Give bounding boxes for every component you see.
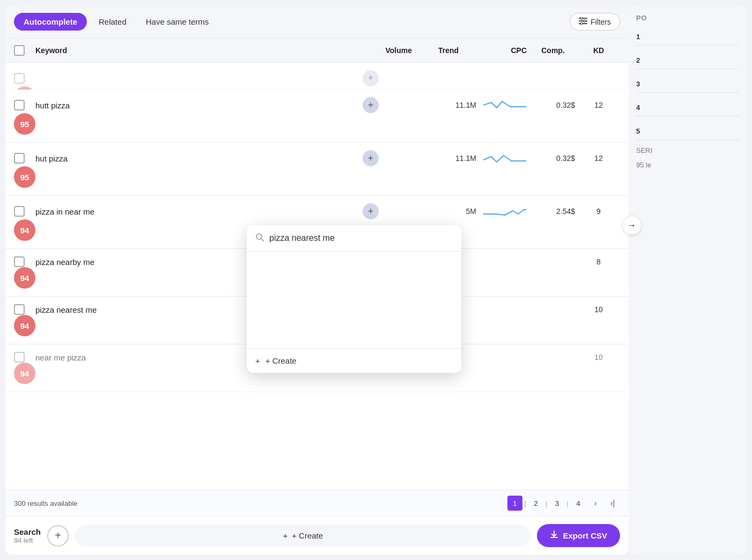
row-keyword: hutt pizza [35, 101, 363, 110]
create-button[interactable]: + + Create [75, 525, 530, 547]
row-cpc: 0.32$ [529, 154, 577, 163]
filters-label: Filters [591, 18, 611, 26]
add-keyword-button[interactable]: + [363, 70, 379, 86]
filters-button[interactable]: Filters [570, 13, 620, 31]
svg-line-7 [261, 239, 263, 241]
popup-create-label: + Create [266, 356, 297, 365]
tabs-bar: Autocomplete Related Have same terms Fil… [5, 5, 629, 39]
header-checkbox-col [14, 45, 35, 56]
row-kd: 94 [14, 315, 35, 336]
svg-point-5 [580, 23, 583, 25]
right-row-3: 3 [636, 76, 739, 93]
expand-panel-button[interactable]: → [622, 216, 642, 235]
row-cpc: 2.54$ [529, 207, 577, 216]
download-icon [550, 530, 558, 541]
row-kd: 95 [14, 166, 35, 188]
right-panel-title: Po [636, 14, 739, 22]
page-4-button[interactable]: 4 [571, 496, 586, 511]
select-all-checkbox[interactable] [14, 45, 25, 56]
export-label: Export CSV [563, 531, 607, 540]
row-checkbox[interactable] [14, 304, 35, 315]
results-count: 300 results available [14, 499, 78, 507]
row-checkbox[interactable] [14, 352, 35, 363]
search-sublabel: 94 left [14, 536, 41, 544]
header-cpc: CPC [481, 46, 529, 55]
export-csv-button[interactable]: Export CSV [537, 524, 620, 547]
svg-point-3 [580, 17, 583, 19]
right-row-1: 1 [636, 28, 739, 46]
popup-search-row: pizza nearest me [247, 225, 461, 252]
search-label: Search [14, 527, 41, 536]
table-row: hut pizza + 11.1M 0.32$ 12 95 [5, 143, 629, 196]
row-volume: 11.1M [416, 154, 481, 163]
row-volume: 11.1M [416, 101, 481, 109]
row-volume: 5M [416, 207, 481, 216]
tab-autocomplete[interactable]: Autocomplete [14, 13, 87, 31]
row-checkbox[interactable] [14, 73, 35, 84]
header-trend: Trend [416, 46, 481, 55]
serp-info: SERI [636, 146, 739, 154]
create-label: + Create [292, 531, 323, 540]
row-kd: 95 [14, 113, 35, 135]
page-2-button[interactable]: 2 [528, 496, 543, 511]
row-comp: 12 [577, 154, 620, 163]
row-kd: 94 [14, 363, 35, 384]
row-checkbox[interactable] [14, 153, 35, 164]
row-trend [481, 150, 529, 166]
add-keyword-button[interactable]: + [363, 203, 379, 219]
table-row: hutt pizza + 11.1M 0.32$ 12 95 [5, 90, 629, 143]
svg-point-4 [584, 20, 586, 22]
plus-icon: + [55, 529, 61, 542]
page-3-button[interactable]: 3 [550, 496, 565, 511]
tab-related[interactable]: Related [91, 13, 134, 31]
row-comp: 12 [577, 101, 620, 109]
autocomplete-popup: pizza nearest me + + Create [247, 225, 461, 373]
right-row-2: 2 [636, 52, 739, 69]
row-keyword: hut pizza [35, 154, 363, 163]
next-page-button[interactable]: › [588, 496, 603, 511]
row-add-btn-col: + [363, 70, 416, 86]
last-page-button[interactable]: ›| [605, 496, 620, 511]
row-comp: 8 [577, 257, 620, 266]
plus-icon: + [255, 356, 260, 365]
arrow-right-icon: → [628, 220, 636, 230]
right-panel: Po 1 2 3 4 5 SERI 95 le [629, 5, 747, 555]
search-info: Search 94 left [14, 527, 41, 544]
serp-sublabel: 95 le [636, 161, 739, 169]
plus-icon: + [368, 153, 374, 164]
page-1-button[interactable]: 1 [507, 496, 522, 511]
row-checkbox[interactable] [14, 100, 35, 110]
row-comp: 9 [577, 207, 620, 216]
row-comp: 10 [577, 305, 620, 314]
search-icon [255, 233, 264, 244]
row-add-btn-col: + [363, 150, 416, 166]
plus-icon: + [368, 206, 374, 217]
table-header: Keyword Volume Trend CPC Comp. KD [5, 39, 629, 63]
header-kd: KD [577, 46, 620, 55]
pagination-bar: 300 results available 1 | 2 | 3 | 4 › ›| [5, 490, 629, 516]
header-comp: Comp. [529, 46, 577, 55]
row-add-btn-col: + [363, 97, 416, 113]
plus-icon: + [368, 72, 374, 84]
right-row-5: 5 [636, 123, 739, 140]
row-checkbox[interactable] [14, 256, 35, 267]
filters-icon [579, 17, 587, 26]
plus-icon: + [368, 100, 374, 111]
popup-create-button[interactable]: + + Create [247, 348, 461, 373]
row-keyword: pizza in near me [35, 207, 363, 216]
tab-same-terms[interactable]: Have same terms [138, 13, 217, 31]
add-keyword-button[interactable]: + [363, 97, 379, 113]
popup-body [247, 252, 461, 348]
popup-search-text: pizza nearest me [269, 233, 335, 243]
row-kd: 94 [14, 219, 35, 241]
pagination-controls: 1 | 2 | 3 | 4 › ›| [507, 496, 620, 511]
row-trend [481, 97, 529, 113]
add-circle-button[interactable]: + [47, 525, 69, 547]
row-checkbox[interactable] [14, 206, 35, 217]
add-keyword-button[interactable]: + [363, 150, 379, 166]
header-keyword: Keyword [35, 46, 363, 55]
row-kd: 94 [14, 267, 35, 289]
row-add-btn-col: + [363, 203, 416, 219]
header-volume: Volume [363, 46, 416, 55]
row-cpc: 0.32$ [529, 101, 577, 109]
